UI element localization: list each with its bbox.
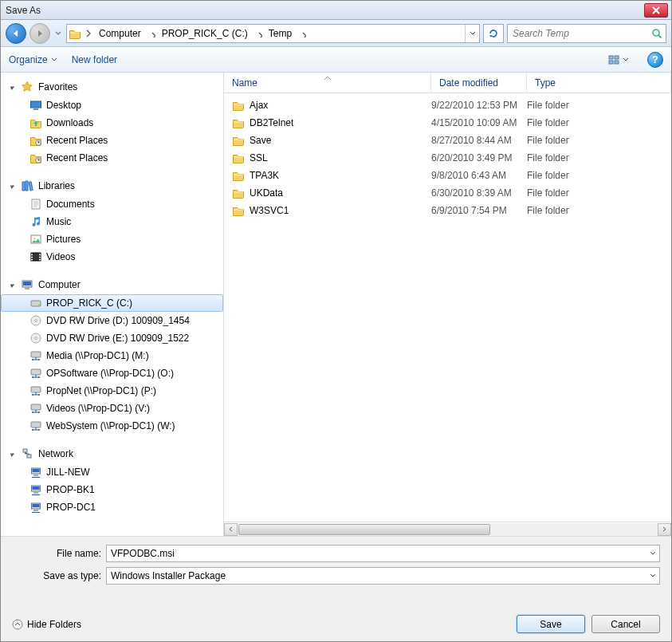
breadcrumb-arrow[interactable]: [146, 25, 157, 42]
close-button[interactable]: [644, 3, 668, 18]
organize-button[interactable]: Organize: [9, 54, 57, 65]
filename-input[interactable]: [107, 548, 646, 559]
file-type: File folder: [527, 152, 671, 163]
drive-icon: [29, 297, 42, 309]
chevron-down-icon: [650, 550, 656, 557]
tree-section-favorites[interactable]: Favorites: [1, 77, 223, 96]
file-row[interactable]: TPA3K9/8/2010 6:43 AMFile folder: [224, 167, 671, 184]
tree-section-network[interactable]: Network: [1, 444, 223, 463]
lib-icon: [21, 179, 33, 192]
tree-section-libraries[interactable]: Libraries: [1, 176, 223, 195]
cancel-button[interactable]: Cancel: [591, 615, 660, 633]
tree-item[interactable]: JILL-NEW: [1, 463, 223, 481]
tree-item[interactable]: PropNet (\\Prop-DC1) (P:): [1, 382, 223, 400]
column-type[interactable]: Type: [527, 73, 671, 93]
address-dropdown[interactable]: [465, 25, 479, 42]
pic-icon: [29, 233, 42, 246]
tree-item[interactable]: Recent Places: [1, 149, 223, 167]
expander-open-icon: [9, 451, 16, 458]
file-row[interactable]: DB2Telnet4/15/2010 10:09 AMFile folder: [224, 114, 671, 132]
titlebar[interactable]: Save As: [1, 1, 671, 20]
location-icon: [67, 27, 83, 40]
breadcrumb-segment[interactable]: Computer: [94, 25, 157, 42]
horizontal-scrollbar[interactable]: [224, 522, 671, 536]
save-type-dropdown[interactable]: [646, 568, 659, 584]
disc-icon: [29, 332, 42, 345]
tree-item[interactable]: DVD RW Drive (E:) 100909_1522: [1, 329, 223, 347]
scroll-right-button[interactable]: [658, 523, 671, 536]
doc-icon: [29, 198, 42, 211]
folder-icon: [232, 99, 245, 112]
view-options-button[interactable]: [603, 51, 633, 69]
tree-item[interactable]: Music: [1, 213, 223, 230]
expander-open-icon: [9, 282, 16, 289]
breadcrumb-arrow[interactable]: [253, 25, 264, 42]
tree-section-computer[interactable]: Computer: [1, 275, 223, 294]
file-date: 9/8/2010 6:43 AM: [431, 170, 527, 181]
forward-button[interactable]: [29, 23, 50, 44]
nav-history-dropdown[interactable]: [53, 26, 63, 41]
search-button[interactable]: [648, 27, 666, 40]
chevron-up-icon: [12, 619, 23, 630]
scroll-thumb[interactable]: [238, 524, 490, 535]
tree-item[interactable]: Desktop: [1, 96, 223, 114]
window-title: Save As: [4, 5, 644, 16]
file-row[interactable]: W3SVC16/9/2010 7:54 PMFile folder: [224, 202, 671, 219]
tree-item[interactable]: Documents: [1, 195, 223, 213]
tree-item[interactable]: Recent Places: [1, 132, 223, 149]
tree-item[interactable]: Pictures: [1, 230, 223, 248]
search-box[interactable]: [507, 24, 666, 43]
save-type-field[interactable]: Windows Installer Package: [106, 567, 660, 585]
tree-item[interactable]: Videos (\\Prop-DC1) (V:): [1, 400, 223, 417]
tree-item[interactable]: PROP-DC1: [1, 498, 223, 516]
breadcrumb-label[interactable]: PROP_RICK_C (C:): [157, 25, 253, 42]
tree-item[interactable]: PROP-BK1: [1, 481, 223, 498]
breadcrumb-arrow[interactable]: [297, 25, 308, 42]
file-date: 8/27/2010 8:44 AM: [431, 135, 527, 146]
tree-item[interactable]: Downloads: [1, 114, 223, 132]
nav-tree[interactable]: FavoritesDesktopDownloadsRecent PlacesRe…: [1, 73, 224, 536]
filename-field[interactable]: [106, 545, 660, 562]
breadcrumb-segment[interactable]: PROP_RICK_C (C:): [157, 25, 264, 42]
search-icon: [650, 27, 663, 40]
file-list[interactable]: Ajax9/22/2010 12:53 PMFile folderDB2Teln…: [224, 93, 671, 522]
tree-item[interactable]: DVD RW Drive (D:) 100909_1454: [1, 312, 223, 329]
address-bar[interactable]: ComputerPROP_RICK_C (C:)Temp: [66, 24, 480, 43]
refresh-button[interactable]: [483, 24, 504, 43]
tree-item[interactable]: PROP_RICK_C (C:): [1, 294, 223, 312]
column-date[interactable]: Date modified: [431, 73, 527, 93]
netpc-icon: [29, 483, 42, 496]
search-input[interactable]: [508, 28, 648, 39]
breadcrumb-label[interactable]: Computer: [94, 25, 146, 42]
help-button[interactable]: ?: [647, 52, 663, 68]
file-name: SSL: [250, 152, 268, 163]
chevron-down-icon: [51, 57, 57, 63]
file-row[interactable]: Save8/27/2010 8:44 AMFile folder: [224, 132, 671, 149]
help-icon: ?: [652, 54, 658, 65]
file-row[interactable]: UKData6/30/2010 8:39 AMFile folder: [224, 184, 671, 202]
folder-icon: [232, 204, 245, 217]
arrow-left-icon: [10, 28, 22, 39]
file-row[interactable]: SSL6/20/2010 3:49 PMFile folder: [224, 149, 671, 167]
save-button[interactable]: Save: [517, 615, 585, 633]
filename-dropdown[interactable]: [646, 546, 659, 561]
tree-item[interactable]: WebSystem (\\Prop-DC1) (W:): [1, 417, 223, 435]
form-area: File name: Save as type: Windows Install…: [1, 536, 671, 596]
new-folder-button[interactable]: New folder: [72, 54, 117, 65]
breadcrumb-label[interactable]: Temp: [264, 25, 297, 42]
netdrive-icon: [29, 384, 42, 397]
video-icon: [29, 250, 42, 263]
folder-icon: [232, 169, 245, 182]
column-name[interactable]: Name: [224, 73, 431, 93]
tree-item[interactable]: Media (\\Prop-DC1) (M:): [1, 347, 223, 364]
back-button[interactable]: [6, 23, 26, 44]
save-as-dialog: Save As ComputerPROP_RICK_C (C:)Temp: [0, 0, 672, 642]
netdrive-icon: [29, 349, 42, 362]
hide-folders-button[interactable]: Hide Folders: [12, 619, 81, 630]
breadcrumb-root[interactable]: [83, 25, 94, 42]
tree-item[interactable]: OPSoftware (\\Prop-DC1) (O:): [1, 364, 223, 382]
breadcrumb-segment[interactable]: Temp: [264, 25, 308, 42]
file-row[interactable]: Ajax9/22/2010 12:53 PMFile folder: [224, 96, 671, 114]
scroll-left-button[interactable]: [224, 523, 238, 536]
tree-item[interactable]: Videos: [1, 248, 223, 266]
